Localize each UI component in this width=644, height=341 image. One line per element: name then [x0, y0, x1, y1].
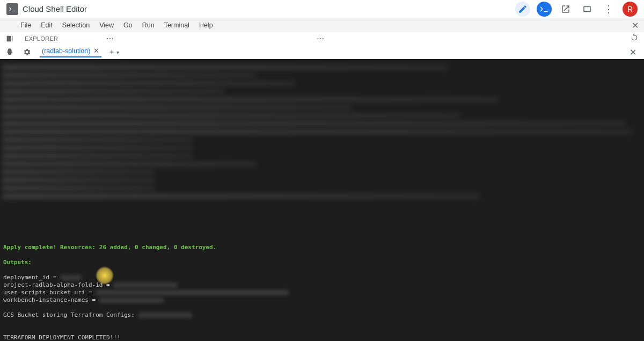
explorer-label: EXPLORER: [19, 35, 58, 42]
menu-file[interactable]: File: [20, 21, 31, 29]
menu-selection[interactable]: Selection: [62, 21, 90, 29]
output-workbench-names: workbench-instance-names =: [3, 296, 99, 303]
cloud-shell-logo-icon: [6, 3, 18, 15]
terminal-text: Apply complete! Resources: 26 added, 0 c…: [3, 236, 641, 341]
panel-drag-handle-icon[interactable]: ⋯: [317, 34, 324, 43]
new-tab-button[interactable]: ＋ ▾: [108, 47, 119, 57]
menu-help[interactable]: Help: [199, 21, 213, 29]
outputs-heading: Outputs:: [3, 259, 32, 266]
open-in-new-window-button[interactable]: [558, 2, 573, 17]
explorer-bar: EXPLORER ⋯ ⋯: [0, 32, 644, 45]
output-project-id: project-radlab-alpha-fold-id =: [3, 281, 113, 288]
explorer-more-icon[interactable]: ⋯: [106, 34, 114, 43]
menubar: File Edit Selection View Go Run Terminal…: [0, 18, 644, 32]
app-title: Cloud Shell Editor: [23, 4, 87, 13]
settings-gear-icon[interactable]: [19, 48, 34, 56]
edit-pencil-button[interactable]: [515, 2, 530, 17]
more-options-button[interactable]: ⋮: [601, 2, 616, 17]
files-icon[interactable]: [0, 34, 19, 43]
menu-go[interactable]: Go: [123, 21, 133, 29]
menu-run[interactable]: Run: [142, 21, 155, 29]
layout-toggle-button[interactable]: [580, 2, 595, 17]
terminal-tabs: (radlab-solution) ✕ ＋ ▾ ✕: [0, 45, 644, 59]
tab-label: (radlab-solution): [42, 47, 90, 55]
logo: Cloud Shell Editor: [6, 3, 87, 15]
chevron-down-icon: ▾: [116, 49, 119, 55]
menu-view[interactable]: View: [99, 21, 114, 29]
tab-radlab-solution[interactable]: (radlab-solution) ✕: [40, 47, 101, 57]
gcs-bucket-line: GCS Bucket storing Terrafrom Configs:: [3, 311, 138, 318]
apply-complete-line: Apply complete! Resources: 26 added, 0 c…: [3, 244, 216, 251]
terminal-output[interactable]: Apply complete! Resources: 26 added, 0 c…: [0, 59, 644, 341]
user-avatar[interactable]: R: [623, 2, 638, 17]
output-deployment-id: deployment_id =: [3, 274, 60, 281]
header-bar: Cloud Shell Editor ⋮ R: [0, 0, 644, 18]
menu-edit[interactable]: Edit: [41, 21, 53, 29]
debug-icon[interactable]: [0, 48, 19, 56]
output-bucket-uri: user-scripts-bucket-uri =: [3, 289, 96, 296]
terminal-toggle-button[interactable]: [537, 2, 552, 17]
close-panel-button[interactable]: ✕: [632, 20, 639, 31]
menu-terminal[interactable]: Terminal: [164, 21, 189, 29]
redacted-output: [2, 62, 639, 234]
close-tab-icon[interactable]: ✕: [93, 47, 99, 55]
reconnect-icon[interactable]: [630, 33, 639, 44]
deployment-completed-line: TERRAFORM DEPLOYMENT COMPLETED!!!: [3, 334, 121, 341]
close-terminal-panel-button[interactable]: ✕: [630, 47, 636, 57]
